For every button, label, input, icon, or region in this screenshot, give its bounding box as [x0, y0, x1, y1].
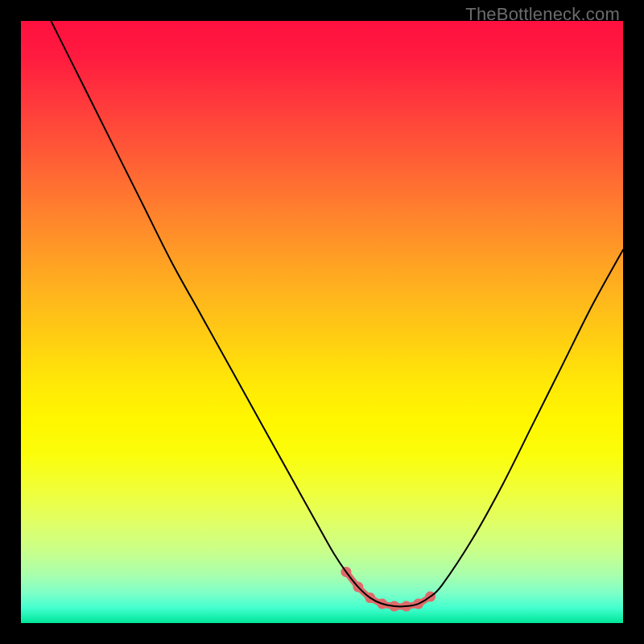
gradient-plot-area [21, 21, 623, 623]
bottleneck-curve [51, 21, 623, 606]
watermark-text: TheBottleneck.com [465, 4, 620, 25]
curve-layer [21, 21, 623, 623]
